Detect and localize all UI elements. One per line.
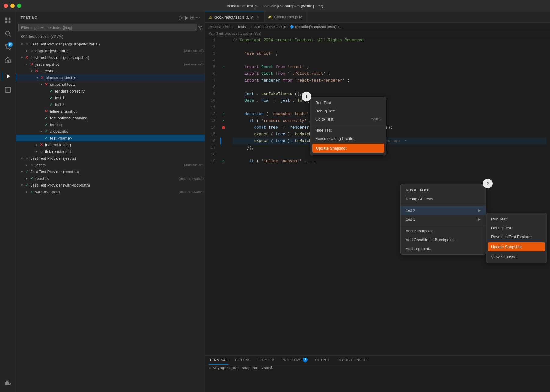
item-label: jest snapshot (35, 62, 182, 67)
view-snapshot-menu-item[interactable]: View Snapshot (486, 252, 547, 261)
submenu-arrow: ▶ (478, 209, 481, 212)
add-conditional-breakpoint-menu-item[interactable]: Add Conditional Breakpoint... (401, 235, 486, 244)
refresh-icon[interactable]: ⊞ (190, 15, 194, 20)
item-label: react-ts (35, 176, 177, 181)
item-note: (auto-run-watch) (179, 190, 204, 194)
activity-explorer-icon[interactable] (2, 14, 14, 26)
activity-run-icon[interactable] (2, 70, 14, 82)
breakpoint-dot (222, 126, 225, 129)
debug-test-menu-item[interactable]: Debug Test (310, 107, 386, 115)
list-item[interactable]: ✓ with-root-path (auto-run-watch) (16, 188, 205, 195)
close-tab-icon[interactable]: × (255, 15, 260, 20)
chevron-icon (44, 102, 49, 107)
breadcrumb-sep: › (232, 25, 233, 29)
list-item[interactable]: ○ jest ts (auto-run-off) (16, 162, 205, 168)
list-item[interactable]: ✓ test optional chaining (16, 114, 205, 121)
tab-debug-console[interactable]: DEBUG CONSOLE (337, 356, 369, 365)
minimize-button[interactable] (10, 4, 15, 8)
list-item[interactable]: ✕ snapshot tests (16, 81, 205, 88)
code-line: import React from 'react'; (233, 64, 546, 71)
debug-test-sub-menu-item[interactable]: Debug Test (486, 223, 547, 232)
add-breakpoint-menu-item[interactable]: Add Breakpoint (401, 227, 486, 235)
list-item[interactable]: ✓ testing (16, 121, 205, 128)
list-item[interactable]: ✕ jest snapshot (auto-run-off) (16, 61, 205, 67)
hide-test-menu-item[interactable]: Hide Test (310, 126, 386, 134)
item-label: snapshot tests (50, 82, 204, 87)
debug-all-tests-menu-item[interactable]: Debug All Tests (401, 194, 486, 203)
status-icon: ✓ (44, 136, 49, 140)
code-line: expect(tree).toMatchSnapshot(); You, 3 m… (233, 138, 546, 144)
tab-output[interactable]: OUTPUT (314, 356, 331, 365)
svg-point-6 (5, 45, 7, 46)
filter-input[interactable] (18, 24, 197, 31)
breadcrumb-item[interactable]: jest snapshot (209, 25, 230, 29)
add-logpoint-menu-item[interactable]: Add Logpoint... (401, 244, 486, 253)
code-content[interactable]: // Copyright 2004-present Facebook. All … (229, 37, 550, 355)
code-editor: 1 2 3 4 5 6 7 8 9 10 11 12 13 14 15 16 1… (205, 37, 550, 355)
run-all-icon[interactable]: ▷ (179, 15, 183, 20)
item-label: link.react.test.js (45, 149, 204, 154)
activity-extensions-icon[interactable] (2, 54, 14, 67)
chevron-icon (24, 189, 29, 194)
tab-jupyter[interactable]: JUPYTER (257, 356, 275, 365)
run-icon[interactable]: ▶ (185, 15, 188, 20)
test1-menu-item[interactable]: test 1 ▶ (401, 215, 486, 224)
list-item[interactable]: ✓ test 1 (16, 94, 205, 101)
list-item[interactable]: ✕ Jest Test Provider (jest snapshot) (16, 54, 205, 61)
close-button[interactable] (4, 4, 8, 8)
code-line (233, 84, 546, 91)
activity-docker-icon[interactable] (2, 377, 14, 390)
reveal-in-test-explorer-menu-item[interactable]: Reveal in Test Explorer (486, 232, 547, 241)
tab-terminal[interactable]: TERMINAL (209, 356, 228, 365)
list-item[interactable]: ○ angular-jest-tutorial (auto-run-off) (16, 47, 205, 54)
run-test-sub-menu-item[interactable]: Run Test (486, 215, 547, 223)
item-label: jest ts (35, 163, 182, 167)
list-item[interactable]: ✕ clock.react.test.js (16, 74, 205, 81)
list-item[interactable]: ○ Jest Test Provider (angular-jest-tutor… (16, 41, 205, 47)
svg-point-7 (9, 48, 10, 50)
list-item[interactable]: ✓ react-ts (auto-run-watch) (16, 175, 205, 182)
editor-area: ⚠ clock.react.test.js 3, M × JS Clock.re… (205, 12, 550, 392)
maximize-button[interactable] (17, 4, 21, 8)
breadcrumb-item[interactable]: 🔷 describe('snapshot tests') c... (290, 25, 342, 29)
tab-label: Clock.react.js M (274, 15, 302, 19)
list-item[interactable]: ✓ renders correctly (16, 88, 205, 94)
terminal-content[interactable]: ● voyager:jest snapshot vsun$ (205, 365, 550, 392)
execute-using-profile-menu-item[interactable]: Execute Using Profile... (310, 134, 386, 143)
run-all-tests-menu-item[interactable]: Run All Tests (401, 186, 486, 194)
breadcrumb-item[interactable]: ⚠ clock.react.test.js (254, 25, 286, 29)
tab-gitlens[interactable]: GITLENS (234, 356, 251, 365)
run-test-menu-item[interactable]: Run Test (310, 99, 386, 107)
activity-source-control-icon[interactable]: 46 (2, 41, 14, 53)
list-item[interactable]: ✓ a describe (16, 128, 205, 135)
list-item[interactable]: ✓ Jest Test Provider (react-ts) (16, 168, 205, 175)
svg-rect-8 (5, 382, 6, 383)
activity-test-icon[interactable] (2, 84, 14, 96)
test-stats: 8/11 tests passed (72.7%) (16, 34, 205, 41)
sidebar-toolbar: ▷ ▶ ⊞ ··· (179, 15, 200, 20)
tab-clock-react[interactable]: JS Clock.react.js M (264, 12, 306, 22)
list-item[interactable]: ✓ Jest Test Provider (with-root-path) (16, 182, 205, 188)
list-item[interactable]: ✕ indirect testing (16, 141, 205, 148)
item-note: (auto-run-watch) (179, 176, 204, 180)
tab-clock-react-test[interactable]: ⚠ clock.react.test.js 3, M × (205, 12, 264, 22)
titlebar: clock.react.test.js — vscode-jest-sample… (0, 0, 550, 12)
list-item[interactable]: ○ link.react.test.js (16, 148, 205, 155)
list-item[interactable]: ✕ __tests__ (16, 67, 205, 74)
list-item[interactable]: ✕ inline snapshot (16, 108, 205, 114)
item-label: Jest Test Provider (jest ts) (31, 156, 204, 161)
list-item[interactable]: ✓ test 2 (16, 101, 205, 108)
more-icon[interactable]: ··· (196, 15, 200, 20)
go-to-test-menu-item[interactable]: Go to Test ⌥⌘G (310, 115, 386, 123)
breadcrumb-item[interactable]: __tests__ (234, 25, 250, 29)
list-item[interactable]: ○ Jest Test Provider (jest ts) (16, 155, 205, 162)
tab-problems[interactable]: PROBLEMS 3 (281, 356, 309, 365)
code-line: }); (233, 144, 546, 151)
chevron-icon (24, 176, 29, 181)
update-snapshot-menu-item-2[interactable]: Update Snapshot (488, 242, 545, 251)
activity-search-icon[interactable] (2, 27, 14, 40)
update-snapshot-menu-item-1[interactable]: Update Snapshot (312, 144, 384, 153)
test2-menu-item[interactable]: test 2 ▶ (401, 206, 486, 215)
chevron-icon (20, 183, 24, 187)
list-item[interactable]: ✓ test <name> (16, 135, 205, 141)
